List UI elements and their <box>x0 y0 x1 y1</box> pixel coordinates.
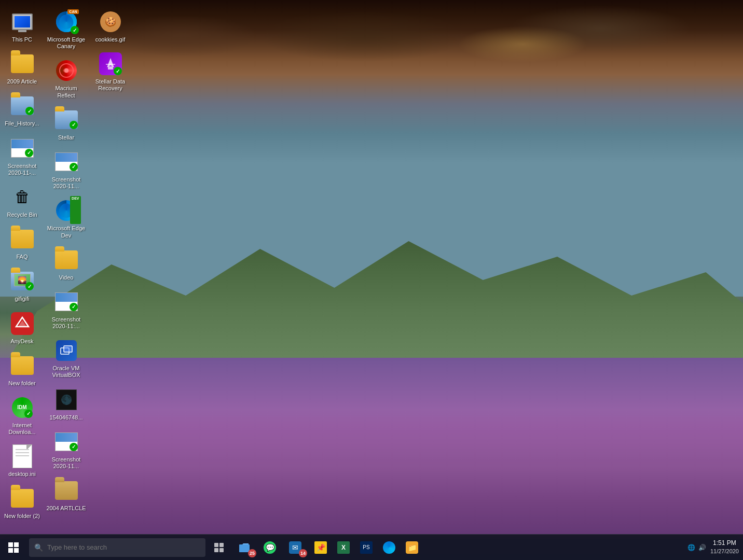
tray-icon-sound[interactable]: 🔊 <box>698 544 706 551</box>
file-manager-badge: 25 <box>248 549 256 557</box>
desktop-icon-video[interactable]: Video <box>44 243 88 285</box>
taskbar-search-bar[interactable]: 🔍 <box>29 538 205 557</box>
icon-label-new-folder-2: New folder (2) <box>4 513 40 520</box>
taskbar: 🔍 25 💬 ✉ 14 <box>0 534 743 560</box>
start-button[interactable] <box>0 535 27 561</box>
excel-icon: X <box>337 541 350 554</box>
system-tray: 🌐 🔊 1:51 PM 11/27/2020 <box>687 539 743 555</box>
desktop-icon-desktop-ini[interactable]: desktop.ini <box>0 440 44 482</box>
svg-rect-6 <box>108 66 113 69</box>
icon-label-screenshot-2: Screenshot 2020-11... <box>46 176 86 190</box>
icon-label-edge-canary: Microsoft Edge Canary <box>46 36 86 50</box>
sticky-notes-button[interactable]: 📌 <box>309 535 332 561</box>
icon-label-stellar-data: Stellar Data Recovery <box>90 78 130 92</box>
desktop-icon-edge-dev[interactable]: DEV Microsoft Edge Dev <box>44 194 88 243</box>
desktop-icon-screenshot-3[interactable]: ✓ Screenshot 2020-11:... <box>44 285 88 334</box>
icon-label-gifigifi: gifigifi <box>15 296 29 302</box>
icon-label-virtualbox: Oracle VM VirtualBOX <box>46 365 86 379</box>
explorer-button[interactable]: 📁 <box>401 535 423 561</box>
desktop-icons-area: This PC 2009 Article ✓ File_History... ✓… <box>0 0 156 539</box>
mail-button[interactable]: ✉ 14 <box>281 535 309 561</box>
icon-label-2004-article: 2004 ARTLCLE <box>46 505 86 512</box>
task-view-icon <box>213 541 225 554</box>
desktop-icon-stellar[interactable]: ✓ Stellar <box>44 103 88 145</box>
icon-label-file-history: File_History... <box>5 120 39 127</box>
desktop-icon-screenshot-4[interactable]: ✓ Screenshot 2020-11... <box>44 425 88 474</box>
icon-label-anydesk: AnyDesk <box>10 338 33 345</box>
file-manager-button[interactable]: 25 <box>230 535 258 561</box>
icon-label-154046748: 154046748... <box>49 414 82 421</box>
desktop-icon-file-history[interactable]: ✓ File_History... <box>0 89 44 131</box>
desktop-icon-edge-canary[interactable]: CAN ✓ Microsoft Edge Canary <box>44 5 88 54</box>
mail-badge: 14 <box>299 549 307 557</box>
clock-date: 11/27/2020 <box>710 548 739 555</box>
icon-label-screenshot-1: Screenshot 2020-11-... <box>2 163 42 176</box>
icon-label-2009-article: 2009 Article <box>7 78 37 85</box>
excel-button[interactable]: X <box>332 535 355 561</box>
icon-label-recycle-bin: Recycle Bin <box>7 212 37 218</box>
svg-rect-5 <box>64 346 72 352</box>
search-input[interactable] <box>47 543 200 551</box>
task-view-button[interactable] <box>208 535 230 561</box>
desktop-icon-screenshot-2[interactable]: ✓ Screenshot 2020-11... <box>44 145 88 194</box>
edge-tb-icon <box>383 541 395 554</box>
desktop-icon-recycle-bin[interactable]: 🗑 Recycle Bin <box>0 180 44 222</box>
svg-rect-9 <box>214 548 218 552</box>
icon-label-video: Video <box>59 274 74 281</box>
icon-label-this-pc: This PC <box>12 36 32 43</box>
svg-point-3 <box>64 68 68 73</box>
desktop-icon-macrium[interactable]: Macrium Reflect <box>44 54 88 103</box>
desktop-icon-faq[interactable]: FAQ <box>0 222 44 264</box>
desktop-icon-this-pc[interactable]: This PC <box>0 5 44 47</box>
clock-time: 1:51 PM <box>710 539 739 548</box>
terminal-icon: PS <box>360 541 373 554</box>
svg-rect-10 <box>219 548 224 552</box>
desktop-icon-virtualbox[interactable]: Oracle VM VirtualBOX <box>44 334 88 383</box>
desktop-icon-stellar-data[interactable]: ✓ Stellar Data Recovery <box>88 47 132 96</box>
icon-label-screenshot-3: Screenshot 2020-11:... <box>46 316 86 330</box>
icon-label-desktop-ini: desktop.ini <box>8 471 36 478</box>
desktop-icon-anydesk[interactable]: AnyDesk <box>0 307 44 349</box>
desktop-icon-2004-article[interactable]: 2004 ARTLCLE <box>44 474 88 516</box>
icon-label-macrium: Macrium Reflect <box>46 85 86 99</box>
search-icon: 🔍 <box>34 543 43 552</box>
icon-label-stellar: Stellar <box>58 134 74 141</box>
desktop-icon-154046748[interactable]: 🌑 154046748... <box>44 383 88 425</box>
desktop-icon-2009-article[interactable]: 2009 Article <box>0 47 44 89</box>
tray-icon-network[interactable]: 🌐 <box>687 544 695 551</box>
icon-label-new-folder: New folder <box>8 380 36 387</box>
edge-tb-button[interactable] <box>378 535 401 561</box>
sticky-notes-icon: 📌 <box>314 541 327 554</box>
icon-label-screenshot-4: Screenshot 2020-11... <box>46 456 86 470</box>
svg-rect-7 <box>214 543 218 547</box>
terminal-button[interactable]: PS <box>355 535 378 561</box>
whatsapp-icon: 💬 <box>264 541 276 554</box>
icon-label-idm: Internet Downloa... <box>2 422 42 436</box>
icon-label-cookkies: cookkies.gif <box>95 36 125 43</box>
svg-rect-8 <box>219 543 224 547</box>
whatsapp-button[interactable]: 💬 <box>258 535 281 561</box>
explorer-icon: 📁 <box>406 541 418 554</box>
windows-logo-icon <box>8 542 19 553</box>
desktop-icon-idm[interactable]: IDM ✓ Internet Downloa... <box>0 391 44 440</box>
desktop-icon-screenshot-1[interactable]: ✓ Screenshot 2020-11-... <box>0 132 44 180</box>
desktop-icon-new-folder-2[interactable]: New folder (2) <box>0 482 44 524</box>
desktop-icon-gifigifi[interactable]: 🌄 ✓ gifigifi <box>0 264 44 306</box>
icon-label-edge-dev: Microsoft Edge Dev <box>46 225 86 239</box>
icon-label-faq: FAQ <box>16 254 27 260</box>
desktop-icon-new-folder[interactable]: New folder <box>0 349 44 391</box>
desktop-icon-cookkies[interactable]: 🍪 cookkies.gif <box>88 5 132 47</box>
system-clock[interactable]: 1:51 PM 11/27/2020 <box>710 539 739 555</box>
